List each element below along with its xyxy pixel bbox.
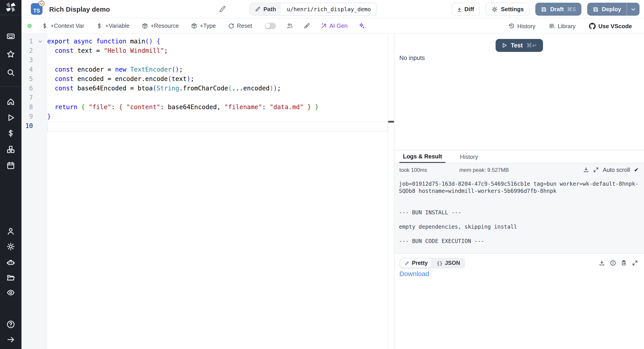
download-file-link[interactable]: Download	[399, 270, 429, 277]
draft-label: Draft	[550, 6, 564, 13]
sidebar	[0, 0, 22, 349]
code-line[interactable]: 6 const base64Encoded = btoa(String.from…	[22, 84, 394, 93]
collapse-arrow-icon[interactable]	[6, 335, 15, 344]
expand-logs-icon[interactable]	[593, 167, 599, 173]
ai-gen-button[interactable]: AI Gen	[320, 22, 348, 29]
deploy-dropdown[interactable]	[626, 3, 640, 16]
users-person-icon[interactable]	[6, 227, 15, 236]
download-logs-icon[interactable]	[583, 167, 589, 173]
tab-logs-result[interactable]: Logs & Result	[399, 150, 446, 163]
line-number: 9	[22, 112, 33, 121]
add-resource-button[interactable]: +Resource	[142, 22, 179, 29]
fold-gutter	[33, 93, 47, 103]
gear-icon	[492, 6, 498, 12]
result-section: Pretty {} JSON	[394, 253, 644, 349]
schedules-calendar-icon[interactable]	[6, 161, 15, 170]
code-line[interactable]: 5 const encoded = encoder.encode(text);	[22, 74, 394, 84]
line-number: 3	[22, 56, 33, 65]
favorites-star-icon[interactable]	[6, 50, 15, 58]
path-chip[interactable]: Path u/henri/rich_display_demo	[250, 3, 377, 16]
fold-gutter	[33, 103, 47, 112]
workers-robot-icon[interactable]	[6, 258, 15, 266]
diff-icon: ±	[458, 6, 461, 13]
multiplayer-toggle[interactable]	[264, 23, 276, 29]
run-panel: Test ⌘↵ No inputs Logs & Result History …	[394, 34, 644, 349]
home-icon[interactable]	[6, 97, 15, 106]
format-code-button[interactable]	[304, 23, 310, 29]
copy-clipboard-icon[interactable]	[621, 260, 627, 266]
path-value[interactable]: u/henri/rich_display_demo	[281, 3, 376, 15]
history-label: History	[517, 23, 535, 29]
deploy-main[interactable]: Deploy	[587, 3, 626, 16]
context-var-label: +Context Var	[50, 22, 84, 29]
pen-icon	[404, 260, 410, 266]
auto-scroll-toggle[interactable]: Auto scroll	[603, 166, 630, 173]
sparkles-icon	[358, 22, 365, 29]
ai-sparkles-icon[interactable]	[358, 22, 365, 29]
search-icon[interactable]	[6, 68, 15, 77]
tab-history[interactable]: History	[456, 150, 482, 163]
path-label: Path	[264, 6, 276, 13]
audit-logs-eye-icon[interactable]	[6, 288, 15, 297]
code-editor[interactable]: 1export async function main() {2 const t…	[22, 34, 394, 349]
windmill-logo-icon[interactable]	[5, 1, 16, 13]
code-text: const base64Encoded = btoa(String.fromCh…	[47, 84, 281, 93]
deploy-button[interactable]: Deploy	[587, 3, 640, 16]
fold-chevron-icon[interactable]	[33, 37, 47, 46]
code-line[interactable]: 1export async function main() {	[22, 37, 394, 46]
test-button[interactable]: Test ⌘↵	[496, 39, 543, 52]
mem-peak-text: mem peak: 9.527MB	[459, 167, 509, 173]
edit-summary-pencil-icon[interactable]	[219, 5, 226, 13]
library-label: Library	[558, 23, 576, 29]
add-type-button[interactable]: +Type	[191, 22, 216, 29]
language-badge: TS	[31, 3, 42, 15]
folders-icon[interactable]	[6, 273, 15, 282]
download-result-icon[interactable]	[599, 260, 605, 266]
line-number: 6	[22, 84, 33, 93]
bun-runtime-icon	[38, 1, 45, 7]
chevron-down-icon	[630, 7, 636, 12]
quick-switcher-icon[interactable]	[6, 32, 15, 41]
settings-button[interactable]: Settings	[486, 3, 530, 16]
library-button[interactable]: Library	[549, 23, 576, 29]
path-label-segment[interactable]: Path	[250, 3, 281, 15]
sidebar-divider	[0, 15, 22, 15]
draft-button[interactable]: Draft ⌘S	[536, 3, 582, 16]
code-line[interactable]: 9}	[22, 112, 394, 121]
info-icon[interactable]	[610, 260, 616, 266]
resources-boxes-icon[interactable]	[6, 145, 15, 154]
code-line[interactable]: 8 return { "file": { "content": base64En…	[22, 103, 394, 112]
overview-ruler[interactable]	[388, 34, 394, 349]
collaborators-icon[interactable]	[286, 23, 293, 29]
line-number: 4	[22, 65, 33, 74]
duration-text: took 100ms	[399, 167, 427, 173]
package-icon	[142, 23, 148, 29]
code-line[interactable]: 4 const encoder = new TextEncoder();	[22, 65, 394, 74]
editor-toolbar: +Context Var +Variable +Resource +Type	[22, 18, 644, 34]
reset-label: Reset	[237, 22, 252, 29]
add-context-var-button[interactable]: +Context Var	[42, 22, 84, 29]
help-question-icon[interactable]	[6, 320, 15, 329]
expand-result-icon[interactable]	[632, 260, 638, 266]
line-number: 5	[22, 74, 33, 84]
code-line[interactable]: 3	[22, 56, 394, 65]
code-line[interactable]: 2 const text = "Hello Windmill";	[22, 46, 394, 56]
settings-gear-icon[interactable]	[6, 242, 15, 251]
add-variable-button[interactable]: +Variable	[96, 22, 130, 29]
variables-dollar-icon[interactable]	[6, 129, 15, 138]
ai-gen-label: AI Gen	[330, 22, 348, 29]
diff-button[interactable]: ± Diff	[452, 3, 480, 16]
use-vscode-button[interactable]: Use VScode	[589, 23, 632, 29]
json-view-button[interactable]: {} JSON	[433, 259, 464, 268]
code-line[interactable]: 7	[22, 93, 394, 103]
pretty-view-button[interactable]: Pretty	[400, 259, 432, 268]
history-clock-icon	[508, 23, 514, 29]
runs-play-icon[interactable]	[6, 113, 15, 122]
github-icon	[589, 23, 596, 29]
line-number: 7	[22, 93, 33, 103]
code-text: export async function main() {	[47, 37, 160, 46]
resource-label: +Resource	[150, 22, 179, 29]
history-button[interactable]: History	[508, 23, 535, 29]
fold-gutter	[33, 74, 47, 84]
reset-button[interactable]: Reset	[228, 22, 252, 29]
